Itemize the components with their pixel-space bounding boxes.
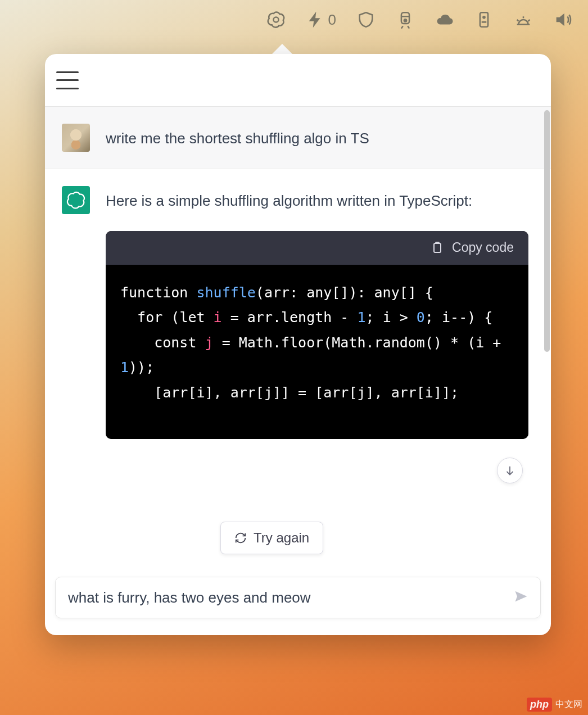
- send-icon: [513, 589, 529, 604]
- svg-point-0: [273, 17, 278, 22]
- code-content: function shuffle(arr: any[]): any[] { fo…: [106, 265, 528, 440]
- user-avatar: [62, 124, 90, 152]
- composer: [55, 577, 541, 618]
- shield-icon[interactable]: [356, 10, 376, 29]
- popover-header: [45, 54, 551, 107]
- volume-icon[interactable]: [553, 10, 572, 29]
- cloud-icon[interactable]: [435, 10, 454, 29]
- watermark: php 中文网: [527, 698, 582, 712]
- hamburger-menu-icon[interactable]: [56, 71, 79, 89]
- watermark-text: 中文网: [555, 699, 582, 711]
- user-message-row: write me the shortest shuffling algo in …: [45, 107, 551, 169]
- svg-point-2: [404, 19, 406, 21]
- scrollbar-thumb[interactable]: [544, 110, 550, 352]
- message-input[interactable]: [68, 589, 513, 607]
- svg-rect-5: [434, 243, 441, 252]
- user-message-text: write me the shortest shuffling algo in …: [106, 124, 528, 152]
- chat-scroll-area[interactable]: write me the shortest shuffling algo in …: [45, 107, 551, 635]
- assistant-message-body: Here is a simple shuffling algorithm wri…: [106, 186, 528, 439]
- arrow-down-icon: [504, 464, 516, 477]
- svg-rect-3: [480, 12, 488, 27]
- train-icon[interactable]: [396, 10, 415, 29]
- try-again-label: Try again: [254, 530, 309, 546]
- assistant-avatar: [62, 186, 90, 214]
- assistant-message-row: Here is a simple shuffling algorithm wri…: [45, 169, 551, 456]
- lightning-counter[interactable]: 0: [306, 10, 336, 29]
- svg-point-4: [482, 16, 486, 19]
- scroll-down-button[interactable]: [497, 458, 523, 483]
- try-again-button[interactable]: Try again: [220, 522, 323, 554]
- menubar: 0: [0, 0, 588, 39]
- copy-code-button[interactable]: Copy code: [106, 231, 528, 265]
- send-button[interactable]: [513, 589, 529, 607]
- copy-code-label: Copy code: [452, 236, 514, 259]
- popover-arrow: [272, 44, 292, 54]
- id-badge-icon[interactable]: [474, 10, 494, 29]
- openai-menubar-icon[interactable]: [266, 10, 286, 29]
- watermark-brand: php: [527, 698, 552, 712]
- clipboard-icon: [431, 241, 444, 255]
- lightning-count: 0: [328, 11, 336, 29]
- assistant-intro-text: Here is a simple shuffling algorithm wri…: [106, 192, 472, 209]
- chat-popover: write me the shortest shuffling algo in …: [45, 54, 551, 635]
- code-block: Copy code function shuffle(arr: any[]): …: [106, 231, 528, 440]
- sun-horizon-icon[interactable]: [514, 10, 533, 29]
- refresh-icon: [234, 532, 247, 544]
